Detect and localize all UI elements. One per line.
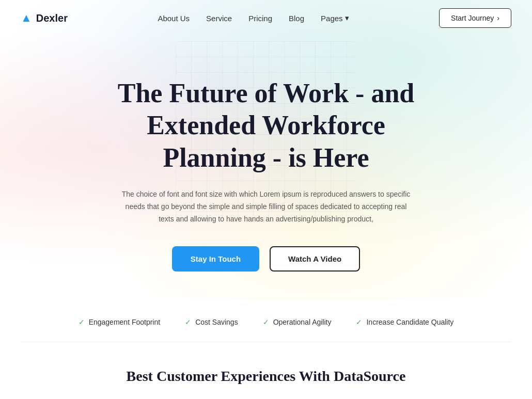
logo[interactable]: ▲ Dexler xyxy=(21,11,68,25)
check-icon: ✓ xyxy=(356,318,362,326)
chevron-down-icon: ▾ xyxy=(345,13,349,23)
hero-buttons: Stay In Touch Watch A Video xyxy=(103,246,429,272)
feature-cost: ✓ Cost Savings xyxy=(185,318,238,326)
nav-item-pages[interactable]: Pages ▾ xyxy=(321,13,349,23)
feature-candidate: ✓ Increase Candidate Quality xyxy=(356,318,453,326)
hero-subtitle: The choice of font and font size with wh… xyxy=(119,188,413,225)
feature-agility: ✓ Operational Agility xyxy=(263,318,332,326)
features-bar: ✓ Engagement Footprint ✓ Cost Savings ✓ … xyxy=(0,302,532,342)
stay-in-touch-button[interactable]: Stay In Touch xyxy=(172,246,259,272)
nav-item-blog[interactable]: Blog xyxy=(289,14,304,23)
nav-item-pricing[interactable]: Pricing xyxy=(248,14,272,23)
logos-section: Best Customer Experiences With DataSourc… xyxy=(0,342,532,399)
start-journey-button[interactable]: Start Journey › xyxy=(439,8,511,28)
arrow-right-icon: › xyxy=(497,14,499,22)
hero-title: The Future of Work - and Extended Workfo… xyxy=(103,77,429,174)
nav-item-service[interactable]: Service xyxy=(206,14,232,23)
logos-title: Best Customer Experiences With DataSourc… xyxy=(21,368,511,385)
logo-icon: ▲ xyxy=(21,11,32,25)
check-icon: ✓ xyxy=(263,318,269,326)
check-icon: ✓ xyxy=(79,318,85,326)
nav-links: About Us Service Pricing Blog Pages ▾ xyxy=(158,13,349,23)
hero-section: The Future of Work - and Extended Workfo… xyxy=(0,36,532,302)
navbar: ▲ Dexler About Us Service Pricing Blog P… xyxy=(0,0,532,36)
watch-video-button[interactable]: Watch A Video xyxy=(270,246,360,272)
logo-text: Dexler xyxy=(36,12,68,24)
feature-engagement: ✓ Engagement Footprint xyxy=(79,318,161,326)
nav-item-about[interactable]: About Us xyxy=(158,14,190,23)
check-icon: ✓ xyxy=(185,318,191,326)
